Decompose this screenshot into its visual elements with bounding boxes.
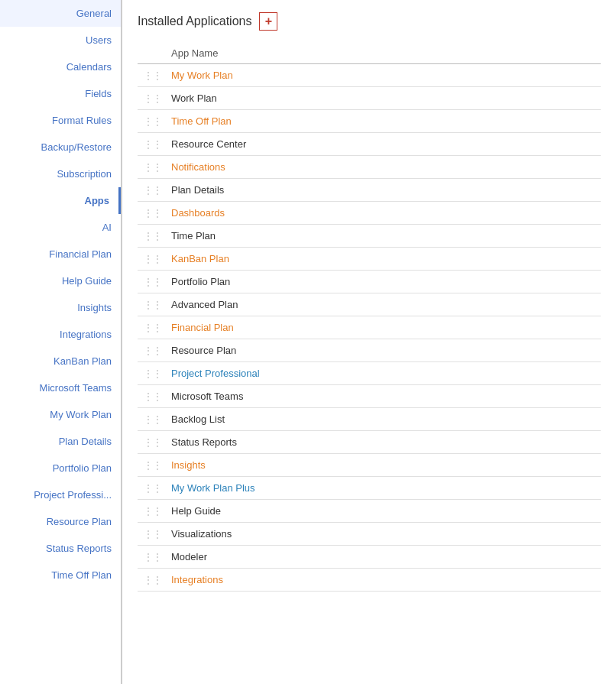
drag-icon: ⋮⋮ xyxy=(144,460,159,471)
sidebar-item-portfolio-plan[interactable]: Portfolio Plan xyxy=(0,455,121,481)
table-row: ⋮⋮Help Guide xyxy=(138,500,601,523)
drag-icon: ⋮⋮ xyxy=(144,552,159,562)
drag-icon: ⋮⋮ xyxy=(144,368,159,379)
sidebar-item-status-reports[interactable]: Status Reports xyxy=(0,535,121,562)
drag-icon: ⋮⋮ xyxy=(144,185,159,196)
drag-icon: ⋮⋮ xyxy=(144,483,159,494)
app-name-label: Visualizations xyxy=(171,528,232,540)
table-row: ⋮⋮My Work Plan xyxy=(138,64,601,87)
app-name-label: Dashboards xyxy=(171,207,225,219)
sidebar-item-fields[interactable]: Fields xyxy=(0,80,121,107)
sidebar-item-ai[interactable]: AI xyxy=(0,214,121,241)
app-name-label: Resource Center xyxy=(171,138,246,150)
drag-handle[interactable]: ⋮⋮ xyxy=(138,339,165,362)
app-name-cell: Portfolio Plan xyxy=(165,271,601,293)
drag-handle[interactable]: ⋮⋮ xyxy=(138,569,165,592)
drag-col-header xyxy=(138,43,165,64)
sidebar-item-calendars[interactable]: Calendars xyxy=(0,53,121,80)
app-name-cell: Backlog List xyxy=(165,408,601,431)
app-name-label: Help Guide xyxy=(171,505,221,517)
table-row: ⋮⋮Dashboards xyxy=(138,202,601,225)
sidebar-item-insights[interactable]: Insights xyxy=(0,294,121,321)
drag-icon: ⋮⋮ xyxy=(144,162,159,173)
drag-icon: ⋮⋮ xyxy=(144,231,159,242)
drag-handle[interactable]: ⋮⋮ xyxy=(138,87,165,110)
table-row: ⋮⋮Resource Plan xyxy=(138,339,601,362)
sidebar-item-resource-plan[interactable]: Resource Plan xyxy=(0,508,121,535)
drag-handle[interactable]: ⋮⋮ xyxy=(138,408,165,431)
app-name-cell: Insights xyxy=(165,454,601,477)
app-name-cell: Time Plan xyxy=(165,225,601,248)
main-title: Installed Applications xyxy=(138,15,251,28)
app-name-label: Notifications xyxy=(171,161,225,173)
table-row: ⋮⋮Time Plan xyxy=(138,225,601,248)
drag-handle[interactable]: ⋮⋮ xyxy=(138,225,165,248)
table-row: ⋮⋮Time Off Plan xyxy=(138,110,601,133)
drag-icon: ⋮⋮ xyxy=(144,506,159,517)
app-name-cell: Time Off Plan xyxy=(165,110,601,133)
app-name-label: Project Professional xyxy=(171,368,260,379)
drag-handle[interactable]: ⋮⋮ xyxy=(138,202,165,225)
app-name-cell: Visualizations xyxy=(165,523,601,546)
sidebar-item-project-professi[interactable]: Project Professi... xyxy=(0,481,121,508)
sidebar-item-users[interactable]: Users xyxy=(0,27,121,53)
drag-handle[interactable]: ⋮⋮ xyxy=(138,133,165,156)
drag-handle[interactable]: ⋮⋮ xyxy=(138,454,165,477)
table-row: ⋮⋮Modeler xyxy=(138,546,601,569)
add-app-button[interactable]: + xyxy=(259,12,277,31)
sidebar-item-time-off-plan[interactable]: Time Off Plan xyxy=(0,562,121,588)
app-name-label: Microsoft Teams xyxy=(171,391,243,402)
drag-handle[interactable]: ⋮⋮ xyxy=(138,179,165,202)
app-name-cell: Advanced Plan xyxy=(165,293,601,316)
drag-handle[interactable]: ⋮⋮ xyxy=(138,64,165,87)
sidebar-item-general[interactable]: General xyxy=(0,0,121,27)
sidebar: GeneralUsersCalendarsFieldsFormat RulesB… xyxy=(0,0,122,684)
table-row: ⋮⋮Microsoft Teams xyxy=(138,385,601,408)
app-name-cell: Resource Center xyxy=(165,133,601,156)
drag-handle[interactable]: ⋮⋮ xyxy=(138,477,165,500)
sidebar-item-help-guide[interactable]: Help Guide xyxy=(0,267,121,294)
sidebar-item-backup-restore[interactable]: Backup/Restore xyxy=(0,134,121,160)
app-name-cell: Project Professional xyxy=(165,362,601,385)
table-row: ⋮⋮Financial Plan xyxy=(138,316,601,339)
sidebar-item-apps[interactable]: Apps xyxy=(0,187,121,214)
app-name-cell: Financial Plan xyxy=(165,316,601,339)
table-row: ⋮⋮Portfolio Plan xyxy=(138,271,601,293)
app-name-cell: Status Reports xyxy=(165,431,601,454)
sidebar-item-subscription[interactable]: Subscription xyxy=(0,160,121,187)
app-name-label: My Work Plan xyxy=(171,70,233,81)
app-name-cell: Microsoft Teams xyxy=(165,385,601,408)
drag-icon: ⋮⋮ xyxy=(144,116,159,127)
app-name-cell: My Work Plan Plus xyxy=(165,477,601,500)
sidebar-item-plan-details[interactable]: Plan Details xyxy=(0,428,121,455)
table-row: ⋮⋮Visualizations xyxy=(138,523,601,546)
sidebar-item-financial-plan[interactable]: Financial Plan xyxy=(0,241,121,267)
drag-handle[interactable]: ⋮⋮ xyxy=(138,546,165,569)
sidebar-item-kanban-plan[interactable]: KanBan Plan xyxy=(0,348,121,374)
drag-handle[interactable]: ⋮⋮ xyxy=(138,431,165,454)
sidebar-item-microsoft-teams[interactable]: Microsoft Teams xyxy=(0,374,121,401)
sidebar-item-my-work-plan[interactable]: My Work Plan xyxy=(0,401,121,428)
drag-handle[interactable]: ⋮⋮ xyxy=(138,110,165,133)
drag-handle[interactable]: ⋮⋮ xyxy=(138,271,165,293)
drag-handle[interactable]: ⋮⋮ xyxy=(138,248,165,271)
app-name-label: Modeler xyxy=(171,551,207,562)
app-name-label: Insights xyxy=(171,459,206,471)
drag-handle[interactable]: ⋮⋮ xyxy=(138,523,165,546)
app-name-label: Financial Plan xyxy=(171,322,234,333)
sidebar-item-integrations[interactable]: Integrations xyxy=(0,321,121,348)
drag-handle[interactable]: ⋮⋮ xyxy=(138,362,165,385)
table-row: ⋮⋮Advanced Plan xyxy=(138,293,601,316)
table-row: ⋮⋮My Work Plan Plus xyxy=(138,477,601,500)
sidebar-item-format-rules[interactable]: Format Rules xyxy=(0,107,121,134)
drag-handle[interactable]: ⋮⋮ xyxy=(138,316,165,339)
drag-handle[interactable]: ⋮⋮ xyxy=(138,293,165,316)
drag-handle[interactable]: ⋮⋮ xyxy=(138,385,165,408)
app-name-cell: Help Guide xyxy=(165,500,601,523)
app-name-label: Resource Plan xyxy=(171,345,236,356)
table-row: ⋮⋮Status Reports xyxy=(138,431,601,454)
drag-handle[interactable]: ⋮⋮ xyxy=(138,500,165,523)
app-name-cell: Plan Details xyxy=(165,179,601,202)
drag-handle[interactable]: ⋮⋮ xyxy=(138,156,165,179)
app-name-cell: Notifications xyxy=(165,156,601,179)
